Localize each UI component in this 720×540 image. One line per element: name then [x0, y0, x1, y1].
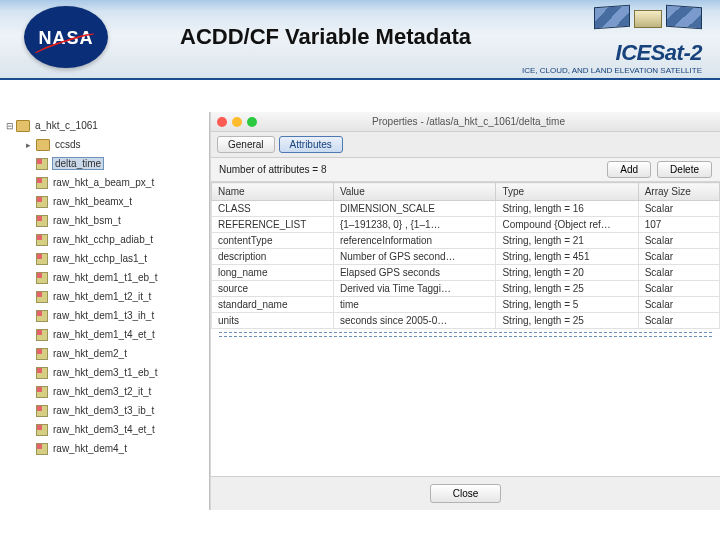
- column-header[interactable]: Array Size: [638, 183, 719, 201]
- tree-item[interactable]: raw_hkt_dem1_t4_et_t: [0, 325, 209, 344]
- nasa-logo: [24, 6, 108, 68]
- window-titlebar[interactable]: Properties - /atlas/a_hkt_c_1061/delta_t…: [211, 112, 720, 132]
- tree-item-label: raw_hkt_dem3_t4_et_t: [52, 423, 156, 436]
- tab-bar: General Attributes: [211, 132, 720, 158]
- dataset-icon: [36, 177, 48, 189]
- tree-item[interactable]: delta_time: [0, 154, 209, 173]
- cell-type: String, length = 25: [496, 313, 638, 329]
- cell-size: Scalar: [638, 233, 719, 249]
- column-header[interactable]: Value: [333, 183, 496, 201]
- tree-item[interactable]: raw_hkt_dem1_t3_ih_t: [0, 306, 209, 325]
- tree-item[interactable]: raw_hkt_cchp_adiab_t: [0, 230, 209, 249]
- cell-type: String, length = 25: [496, 281, 638, 297]
- toggle-icon: ▸: [26, 140, 36, 150]
- tree-item[interactable]: raw_hkt_cchp_las1_t: [0, 249, 209, 268]
- properties-window: Properties - /atlas/a_hkt_c_1061/delta_t…: [210, 112, 720, 510]
- tree-item[interactable]: ▸ccsds: [0, 135, 209, 154]
- cell-name: description: [212, 249, 334, 265]
- dataset-icon: [36, 367, 48, 379]
- tree-item[interactable]: raw_hkt_dem1_t2_it_t: [0, 287, 209, 306]
- dataset-icon: [36, 291, 48, 303]
- tree-item[interactable]: raw_hkt_dem3_t1_eb_t: [0, 363, 209, 382]
- tree-item-label: raw_hkt_dem3_t2_it_t: [52, 385, 152, 398]
- cell-type: String, length = 451: [496, 249, 638, 265]
- table-row[interactable]: descriptionNumber of GPS second…String, …: [212, 249, 720, 265]
- tab-attributes[interactable]: Attributes: [279, 136, 343, 153]
- toggle-icon[interactable]: ⊟: [6, 121, 16, 131]
- table-row[interactable]: long_nameElapsed GPS secondsString, leng…: [212, 265, 720, 281]
- cell-value: {1–191238, 0} , {1–1…: [333, 217, 496, 233]
- cell-size: Scalar: [638, 249, 719, 265]
- table-row[interactable]: REFERENCE_LIST{1–191238, 0} , {1–1…Compo…: [212, 217, 720, 233]
- tree-item-label: raw_hkt_dem2_t: [52, 347, 128, 360]
- table-row[interactable]: contentTypereferenceInformationString, l…: [212, 233, 720, 249]
- cell-type: String, length = 20: [496, 265, 638, 281]
- attribute-count-label: Number of attributes = 8: [219, 164, 327, 175]
- cell-name: source: [212, 281, 334, 297]
- column-header[interactable]: Type: [496, 183, 638, 201]
- divider: [219, 336, 712, 337]
- tree-item[interactable]: raw_hkt_dem3_t3_ib_t: [0, 401, 209, 420]
- table-row[interactable]: standard_nametimeString, length = 5Scala…: [212, 297, 720, 313]
- attribute-count-bar: Number of attributes = 8 Add Delete: [211, 158, 720, 182]
- close-button[interactable]: Close: [430, 484, 502, 503]
- mission-logo: ICESat-2 ICE, CLOUD, AND LAND ELEVATION …: [522, 40, 702, 75]
- dataset-icon: [36, 424, 48, 436]
- tree-item[interactable]: raw_hkt_dem4_t: [0, 439, 209, 458]
- cell-value: time: [333, 297, 496, 313]
- cell-type: String, length = 5: [496, 297, 638, 313]
- tree-item[interactable]: raw_hkt_a_beam_px_t: [0, 173, 209, 192]
- cell-size: Scalar: [638, 265, 719, 281]
- cell-value: referenceInformation: [333, 233, 496, 249]
- dataset-icon: [36, 215, 48, 227]
- dataset-icon: [36, 348, 48, 360]
- cell-value: Elapsed GPS seconds: [333, 265, 496, 281]
- add-button[interactable]: Add: [607, 161, 651, 178]
- mission-name: ICESat-2: [616, 40, 702, 66]
- table-row[interactable]: unitsseconds since 2005-0…String, length…: [212, 313, 720, 329]
- traffic-light-max-icon[interactable]: [247, 117, 257, 127]
- cell-type: Compound {Object ref…: [496, 217, 638, 233]
- dataset-icon: [36, 253, 48, 265]
- tree-item-label: raw_hkt_dem1_t1_eb_t: [52, 271, 159, 284]
- traffic-light-min-icon[interactable]: [232, 117, 242, 127]
- tree-item-label: raw_hkt_cchp_las1_t: [52, 252, 148, 265]
- dataset-icon: [36, 329, 48, 341]
- dataset-icon: [36, 405, 48, 417]
- cell-name: standard_name: [212, 297, 334, 313]
- tree-root[interactable]: ⊟ a_hkt_c_1061: [0, 116, 209, 135]
- tree-item-label: raw_hkt_dem4_t: [52, 442, 128, 455]
- tree-item-label: raw_hkt_dem1_t4_et_t: [52, 328, 156, 341]
- tree-item[interactable]: raw_hkt_beamx_t: [0, 192, 209, 211]
- tree-item-label: ccsds: [54, 138, 82, 151]
- mission-tagline: ICE, CLOUD, AND LAND ELEVATION SATELLITE: [522, 66, 702, 75]
- tree-item-label: raw_hkt_bsm_t: [52, 214, 122, 227]
- window-title: Properties - /atlas/a_hkt_c_1061/delta_t…: [257, 116, 680, 127]
- cell-value: Derived via Time Taggi…: [333, 281, 496, 297]
- tab-general[interactable]: General: [217, 136, 275, 153]
- cell-size: Scalar: [638, 297, 719, 313]
- tree-item-label: raw_hkt_a_beam_px_t: [52, 176, 155, 189]
- cell-size: Scalar: [638, 281, 719, 297]
- table-row[interactable]: CLASSDIMENSION_SCALEString, length = 16S…: [212, 201, 720, 217]
- tree-item-label: raw_hkt_beamx_t: [52, 195, 133, 208]
- tree-item[interactable]: raw_hkt_bsm_t: [0, 211, 209, 230]
- table-row[interactable]: sourceDerived via Time Taggi…String, len…: [212, 281, 720, 297]
- variable-tree[interactable]: ⊟ a_hkt_c_1061 ▸ccsdsdelta_timeraw_hkt_a…: [0, 112, 210, 510]
- tree-item-label: delta_time: [52, 157, 104, 170]
- traffic-light-close-icon[interactable]: [217, 117, 227, 127]
- delete-button[interactable]: Delete: [657, 161, 712, 178]
- column-header[interactable]: Name: [212, 183, 334, 201]
- satellite-icon: [594, 2, 702, 40]
- dataset-icon: [36, 443, 48, 455]
- page-title: ACDD/CF Variable Metadata: [180, 24, 471, 50]
- cell-value: seconds since 2005-0…: [333, 313, 496, 329]
- tree-item[interactable]: raw_hkt_dem2_t: [0, 344, 209, 363]
- attributes-table[interactable]: NameValueTypeArray Size CLASSDIMENSION_S…: [211, 182, 720, 476]
- tree-item[interactable]: raw_hkt_dem1_t1_eb_t: [0, 268, 209, 287]
- tree-item[interactable]: raw_hkt_dem3_t2_it_t: [0, 382, 209, 401]
- dataset-icon: [36, 310, 48, 322]
- cell-size: Scalar: [638, 313, 719, 329]
- cell-size: 107: [638, 217, 719, 233]
- tree-item[interactable]: raw_hkt_dem3_t4_et_t: [0, 420, 209, 439]
